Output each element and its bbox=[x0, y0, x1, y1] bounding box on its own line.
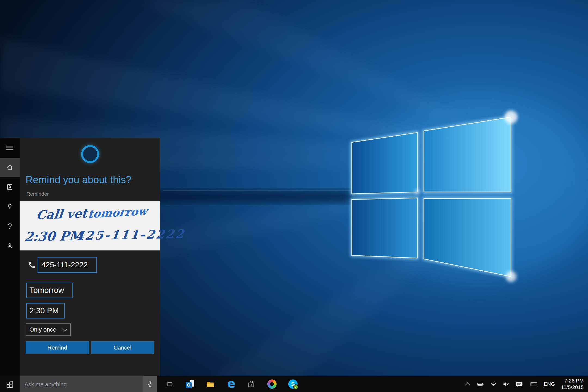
lightbulb-icon bbox=[6, 203, 14, 210]
tray-notifications[interactable] bbox=[513, 376, 525, 392]
start-button[interactable] bbox=[0, 376, 20, 392]
task-view-icon bbox=[166, 381, 174, 388]
home-icon bbox=[6, 164, 14, 171]
recurrence-dropdown[interactable]: Only once bbox=[26, 323, 71, 336]
remind-button[interactable]: Remind bbox=[26, 341, 89, 354]
edge-taskbar-button[interactable]: e bbox=[223, 376, 240, 392]
taskbar-search[interactable] bbox=[20, 376, 157, 392]
desktop: ? Remind you about this? Reminder Call v… bbox=[0, 0, 588, 392]
store-taskbar-button[interactable] bbox=[243, 376, 260, 392]
store-icon bbox=[247, 380, 255, 388]
microphone-button[interactable] bbox=[143, 376, 157, 392]
taskbar: O e bbox=[0, 376, 588, 392]
clock-date: 11/5/2015 bbox=[555, 384, 584, 391]
sidebar-item-home[interactable] bbox=[0, 158, 20, 177]
handwritten-note: Call vet tomorrow 2:30 PM 425-111-2222 bbox=[20, 201, 160, 250]
tray-clock[interactable]: 7:26 PM 11/5/2015 bbox=[555, 376, 584, 392]
cancel-button[interactable]: Cancel bbox=[91, 341, 154, 354]
battery-icon bbox=[477, 381, 484, 387]
search-input[interactable] bbox=[20, 376, 142, 392]
cortana-logo-icon bbox=[81, 145, 99, 163]
sidebar-item-notebook[interactable] bbox=[0, 177, 20, 197]
sidebar-item-feedback[interactable] bbox=[0, 236, 20, 256]
skype-taskbar-button[interactable]: S ✓ bbox=[284, 376, 302, 392]
cortana-sidebar: ? bbox=[0, 138, 20, 376]
chevron-down-icon bbox=[62, 326, 67, 331]
windows-logo-icon bbox=[6, 380, 14, 388]
paint-taskbar-button[interactable] bbox=[263, 376, 281, 392]
tray-touch-keyboard[interactable] bbox=[528, 376, 540, 392]
ink-text-tomorrow: tomorrow bbox=[87, 204, 148, 220]
chevron-up-icon bbox=[465, 382, 470, 387]
phone-icon bbox=[28, 261, 36, 269]
clock-time: 7:26 PM bbox=[555, 378, 584, 384]
tray-volume[interactable] bbox=[500, 376, 512, 392]
message-bubble-icon bbox=[515, 381, 523, 388]
reminder-section-label: Reminder bbox=[26, 191, 49, 197]
outlook-icon: O bbox=[186, 380, 195, 388]
paint-palette-icon bbox=[267, 379, 277, 389]
tray-wifi[interactable] bbox=[488, 376, 500, 392]
wifi-icon bbox=[490, 381, 497, 387]
sidebar-item-reminders[interactable] bbox=[0, 197, 20, 216]
tray-language[interactable]: ENG bbox=[543, 376, 556, 392]
reminder-time-field[interactable]: 2:30 PM bbox=[26, 303, 65, 318]
question-mark-icon: ? bbox=[8, 222, 12, 231]
keyboard-icon bbox=[530, 381, 538, 387]
tray-show-hidden-icons[interactable] bbox=[461, 376, 473, 392]
person-icon bbox=[6, 242, 14, 250]
task-view-button[interactable] bbox=[161, 376, 179, 392]
file-explorer-icon bbox=[206, 380, 215, 388]
speaker-muted-icon bbox=[502, 381, 510, 387]
cortana-reminder-panel: Remind you about this? Reminder Call vet… bbox=[20, 138, 160, 376]
microphone-icon bbox=[147, 381, 153, 388]
skype-icon: S ✓ bbox=[288, 379, 298, 389]
recurrence-value: Only once bbox=[29, 326, 56, 333]
reminder-date-field[interactable]: Tomorrow bbox=[26, 283, 73, 298]
skype-online-badge: ✓ bbox=[293, 384, 298, 390]
notebook-icon bbox=[6, 183, 14, 191]
edge-icon: e bbox=[227, 378, 235, 390]
ink-text-call-vet: Call vet bbox=[36, 206, 88, 222]
hamburger-menu-icon[interactable] bbox=[0, 138, 20, 158]
file-explorer-taskbar-button[interactable] bbox=[202, 376, 219, 392]
panel-title: Remind you about this? bbox=[26, 174, 131, 186]
sidebar-item-help[interactable]: ? bbox=[0, 216, 20, 236]
phone-number-field[interactable]: 425-111-2222 bbox=[38, 257, 97, 273]
ink-text-phone: 425-111-2222 bbox=[75, 227, 186, 243]
outlook-taskbar-button[interactable]: O bbox=[182, 376, 199, 392]
tray-battery[interactable] bbox=[474, 376, 486, 392]
